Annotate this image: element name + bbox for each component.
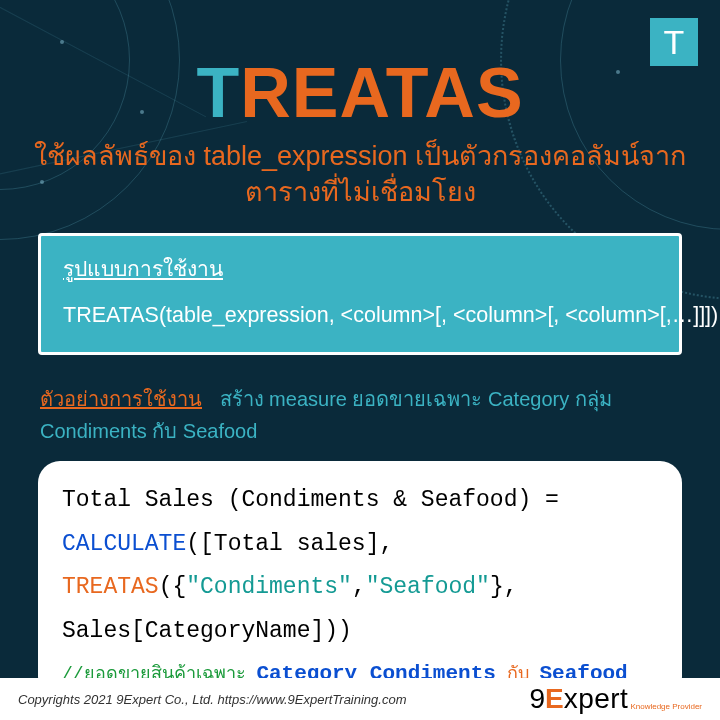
title-first-letter: T — [196, 54, 240, 132]
keyword-calculate: CALCULATE — [62, 531, 186, 557]
code-line-1: Total Sales (Condiments & Seafood) = — [62, 479, 658, 523]
footer: Copyrights 2021 9Expert Co., Ltd. https:… — [0, 678, 720, 720]
brand-logo: 9Expert Knowledge Provider — [529, 683, 702, 715]
syntax-code: TREATAS(table_expression, <column>[, <co… — [63, 303, 657, 328]
code-line-2: CALCULATE([Total sales], — [62, 523, 658, 567]
example-label: ตัวอย่างการใช้งาน — [40, 388, 214, 410]
subtitle: ใช้ผลลัพธ์ของ table_expression เป็นตัวกร… — [30, 138, 690, 211]
main-content: TREATAS ใช้ผลลัพธ์ของ table_expression เ… — [0, 0, 720, 699]
page-title: TREATAS — [30, 58, 690, 128]
brand-tagline: Knowledge Provider — [630, 702, 702, 715]
title-rest: REATAS — [240, 54, 523, 132]
example-row: ตัวอย่างการใช้งาน สร้าง measure ยอดขายเฉ… — [30, 383, 690, 447]
copyright-text: Copyrights 2021 9Expert Co., Ltd. https:… — [18, 692, 407, 707]
code-box: Total Sales (Condiments & Seafood) = CAL… — [38, 461, 682, 699]
brand-text: 9Expert — [529, 683, 628, 715]
syntax-box: รูปแบบการใช้งาน TREATAS(table_expression… — [38, 233, 682, 355]
code-line-3: TREATAS({"Condiments","Seafood"}, — [62, 566, 658, 610]
code-line-4: Sales[CategoryName])) — [62, 610, 658, 654]
string-condiments: "Condiments" — [186, 574, 352, 600]
syntax-header: รูปแบบการใช้งาน — [63, 252, 657, 285]
string-seafood: "Seafood" — [366, 574, 490, 600]
keyword-treatas: TREATAS — [62, 574, 159, 600]
